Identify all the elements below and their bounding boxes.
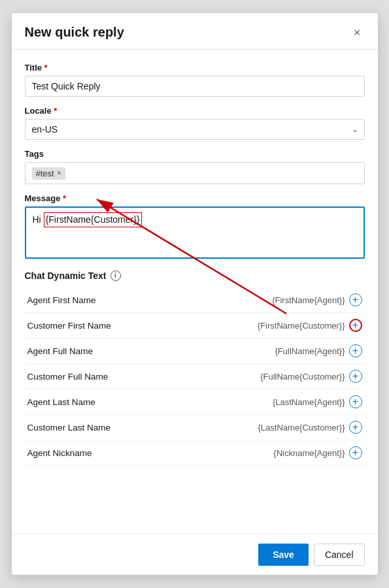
locale-label: Locale [25,106,365,116]
dynamic-row-value: {LastName{Customer}}+ [178,415,365,440]
token-text: {FullName{Agent}} [275,346,345,356]
cancel-button[interactable]: Cancel [314,544,365,566]
dynamic-text-title: Chat Dynamic Text i [25,270,365,281]
dialog-title: New quick reply [25,25,124,40]
dynamic-row-name: Customer First Name [25,313,178,338]
add-token-button[interactable]: + [349,421,362,434]
token-text: {FirstName{Agent}} [272,295,345,305]
new-quick-reply-dialog: New quick reply × Title Locale en-US fr-… [12,13,378,575]
close-button[interactable]: × [350,25,365,40]
dynamic-row-value: {FirstName{Agent}}+ [178,287,365,312]
token-text: {LastName{Customer}} [258,423,345,433]
message-group: Message Hi {FirstName{Customer}} [25,193,365,259]
title-group: Title [25,63,365,97]
dialog-body: Title Locale en-US fr-FR es-ES de-DE ⌄ T… [12,50,378,534]
tag-item: #test × [32,167,65,180]
dynamic-text-table: Agent First Name{FirstName{Agent}}+Custo… [25,287,365,466]
tag-text: #test [36,169,54,178]
table-row: Agent Full Name{FullName{Agent}}+ [25,338,365,364]
dialog-header: New quick reply × [12,13,378,50]
add-token-button[interactable]: + [349,293,362,306]
add-token-button[interactable]: + [349,319,362,332]
dynamic-text-section: Chat Dynamic Text i Agent First Name{Fir… [25,268,365,466]
token-text: {FullName{Customer}} [260,372,345,382]
message-label: Message [25,193,365,203]
save-button[interactable]: Save [258,544,309,566]
dynamic-row-value: {Nickname{Agent}}+ [178,440,365,465]
dynamic-row-name: Agent First Name [25,287,178,313]
table-row: Customer Full Name{FullName{Customer}}+ [25,364,365,389]
locale-select-wrapper: en-US fr-FR es-ES de-DE ⌄ [25,119,365,140]
message-textarea[interactable]: Hi {FirstName{Customer}} [25,206,365,259]
tags-group: Tags #test × [25,149,365,184]
message-arrow-container: Hi {FirstName{Customer}} [25,206,365,259]
add-token-button[interactable]: + [349,344,362,357]
table-row: Agent First Name{FirstName{Agent}}+ [25,287,365,313]
table-row: Customer First Name{FirstName{Customer}}… [25,313,365,338]
dialog-footer: Save Cancel [12,534,378,575]
table-row: Customer Last Name{LastName{Customer}}+ [25,415,365,440]
table-row: Agent Last Name{LastName{Agent}}+ [25,389,365,415]
dynamic-row-name: Agent Full Name [25,338,178,364]
dynamic-row-name: Agent Last Name [25,389,178,415]
add-token-button[interactable]: + [349,370,362,383]
dynamic-row-name: Customer Last Name [25,415,178,440]
dynamic-row-value: {FullName{Customer}}+ [178,364,365,389]
section-title-text: Chat Dynamic Text [25,270,107,281]
locale-group: Locale en-US fr-FR es-ES de-DE ⌄ [25,106,365,140]
dynamic-row-value: {FullName{Agent}}+ [178,338,365,363]
add-token-button[interactable]: + [349,446,362,459]
token-text: {Nickname{Agent}} [273,448,345,458]
dynamic-row-name: Customer Full Name [25,364,178,389]
token-text: {LastName{Agent}} [273,397,345,407]
token-text: {FirstName{Customer}} [258,321,345,331]
tags-label: Tags [25,149,365,159]
dynamic-rows-table: Agent First Name{FirstName{Agent}}+Custo… [25,287,365,466]
tag-remove-button[interactable]: × [57,169,61,177]
info-icon: i [110,270,121,281]
locale-select[interactable]: en-US fr-FR es-ES de-DE [25,119,365,140]
dynamic-row-name: Agent Nickname [25,440,178,466]
title-input[interactable] [25,76,365,97]
table-row: Agent Nickname{Nickname{Agent}}+ [25,440,365,466]
dynamic-tag-firstname: {FirstName{Customer}} [44,212,142,227]
message-content: Hi {FirstName{Customer}} [33,214,142,225]
add-token-button[interactable]: + [349,395,362,408]
dynamic-row-value: {FirstName{Customer}}+ [178,313,365,338]
dynamic-row-value: {LastName{Agent}}+ [178,389,365,414]
tags-input-container[interactable]: #test × [25,162,365,184]
title-label: Title [25,63,365,73]
